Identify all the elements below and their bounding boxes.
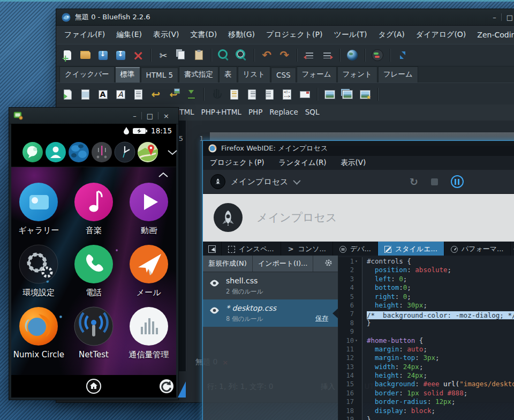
save-as-icon[interactable] [114,48,127,62]
code-line[interactable]: 1▾#controls { [338,257,514,266]
center-icon[interactable] [227,87,241,101]
menu-item[interactable]: ランタイム(R) [279,158,327,168]
eye-icon[interactable] [209,306,220,316]
code-line[interactable]: 6 height: 30px; [338,301,514,310]
stylesheet-item-selected[interactable]: * desktop.css8 個のルール 保存 [203,299,338,327]
code-line[interactable]: 14 height: 24px; [338,371,514,380]
code-line[interactable]: 8 } [338,319,514,327]
code-line[interactable]: 7 /* background-color: -moz-dialog; */ [338,310,514,318]
indent-icon[interactable] [320,48,334,62]
clock-icon[interactable] [114,141,135,163]
close-document-icon[interactable] [131,48,145,62]
toolbar-tab[interactable]: HTML 5 [141,68,178,82]
break-icon[interactable] [149,87,163,101]
contacts-icon[interactable] [45,141,66,163]
tab-style-editor[interactable]: スタイルエ... [378,242,444,257]
paste-icon[interactable] [192,48,206,62]
refresh-icon[interactable]: ↻ [410,176,418,188]
thumbnail-icon[interactable] [341,87,354,101]
sidepanel-tab[interactable]: PHP+HTML [201,108,241,116]
copy-icon[interactable] [174,48,188,62]
multi-thumbnail-icon[interactable] [358,87,372,101]
menu-item[interactable]: ダイアログ(O) [416,30,466,40]
toolbar-tab[interactable]: 標準 [115,66,140,82]
webide-titlebar[interactable]: Firefox WebIDE: メインプロセス [203,141,514,156]
tab-inspector[interactable]: インスペ... [222,242,281,257]
css-code-editor[interactable]: 1▾#controls {2 position: absolute;3 left… [338,256,514,420]
code-line[interactable]: 5 right: 0; [338,292,514,301]
redo-icon[interactable] [277,48,291,62]
toolbar-tab[interactable]: フレーム [378,66,418,82]
preferences-icon[interactable] [371,48,384,62]
code-line[interactable]: 9 [338,327,514,336]
anchor-icon[interactable] [209,87,223,101]
gear-icon[interactable] [319,259,338,268]
sidepanel-tab[interactable]: PHP [248,108,262,116]
tab-console[interactable]: コンソ... [281,242,333,257]
code-line[interactable]: 2 position: absolute; [338,266,514,274]
import-stylesheet-button[interactable]: インポート(I)... [253,256,314,272]
fullscreen-icon[interactable] [396,48,410,62]
simulator-titlebar[interactable]: –□× [9,108,178,124]
code-line[interactable]: 12 margin-top: 3px; [338,354,514,362]
code-line[interactable]: 15 background: #eee url("images/desktop/… [338,380,514,388]
unindent-icon[interactable] [303,48,316,62]
quickstart-icon[interactable] [61,87,74,101]
menu-item[interactable]: 表示(V) [341,158,366,168]
find-and-replace-icon[interactable] [235,48,248,62]
menu-item[interactable]: Zen-Coding [477,31,514,39]
code-line[interactable]: 16 border: 1px solid #888; [338,389,514,398]
pause-icon[interactable] [451,175,464,188]
pick-element-button[interactable] [203,242,222,257]
eye-icon[interactable] [209,279,220,289]
save-link[interactable]: 保存 [315,314,328,323]
toolbar-tab[interactable]: フォーム [297,66,337,82]
chevron-down-icon[interactable] [167,149,178,155]
toolbar-tab[interactable]: クイックバー [59,66,115,82]
menu-item[interactable]: タグ(A) [379,30,405,40]
open-file-icon[interactable] [78,48,92,62]
find-icon[interactable] [217,48,231,62]
code-line[interactable]: 10▾#home-button { [338,336,514,345]
code-line[interactable]: 18 display: block; [338,407,514,415]
menu-item[interactable]: ファイル(F) [64,30,105,40]
toolbar-tab[interactable]: CSS [271,68,296,82]
code-line[interactable]: 13 width: 24px; [338,363,514,371]
bluefish-titlebar[interactable]: 無題 0 - Bluefish 2.2.6 –□ [56,9,514,26]
maps-icon[interactable] [137,141,158,163]
code-line[interactable]: 3 left: 0; [338,275,514,283]
align-right-icon[interactable] [245,87,259,101]
body-icon[interactable] [78,87,92,101]
sidepanel-tab[interactable]: SQL [305,108,320,116]
tab-performance[interactable]: パフォーマ... [444,242,511,257]
menu-item[interactable]: 編集(E) [116,30,142,40]
minimize-button[interactable]: – [128,112,141,120]
close-button[interactable]: × [158,112,174,120]
email-icon[interactable] [298,87,312,101]
messages-icon[interactable] [22,141,43,163]
rotate-icon[interactable] [159,379,174,394]
tab-debugger[interactable]: デバ... [333,242,378,257]
menu-item[interactable]: プロジェクト(P) [266,30,322,40]
comment-icon[interactable] [280,87,294,101]
bold-icon[interactable] [96,87,110,101]
code-line[interactable]: 19 } [338,415,514,420]
browser-icon[interactable] [68,141,89,163]
cut-icon[interactable] [156,48,170,62]
non-breaking-space-icon[interactable] [184,87,198,101]
menu-item[interactable]: プロジェクト(P) [210,158,264,168]
maximize-button[interactable]: □ [142,112,158,120]
view-in-browser-icon[interactable] [345,48,359,62]
sidepanel-tab[interactable]: Replace [269,108,298,116]
new-document-icon[interactable] [61,48,74,62]
insert-image-icon[interactable] [323,87,337,101]
menu-item[interactable]: ツール(T) [334,30,367,40]
stop-icon[interactable] [431,178,438,185]
stylesheet-item[interactable]: shell.css2 個のルール [203,272,338,299]
italic-icon[interactable] [114,87,127,101]
toolbar-tab[interactable]: 表 [219,66,237,82]
toolbar-tab[interactable]: 書式指定 [179,66,218,82]
code-line[interactable]: 4 bottom:0; [338,283,514,292]
align-left-icon[interactable] [262,87,276,101]
menu-item[interactable]: 文書(D) [191,30,217,40]
